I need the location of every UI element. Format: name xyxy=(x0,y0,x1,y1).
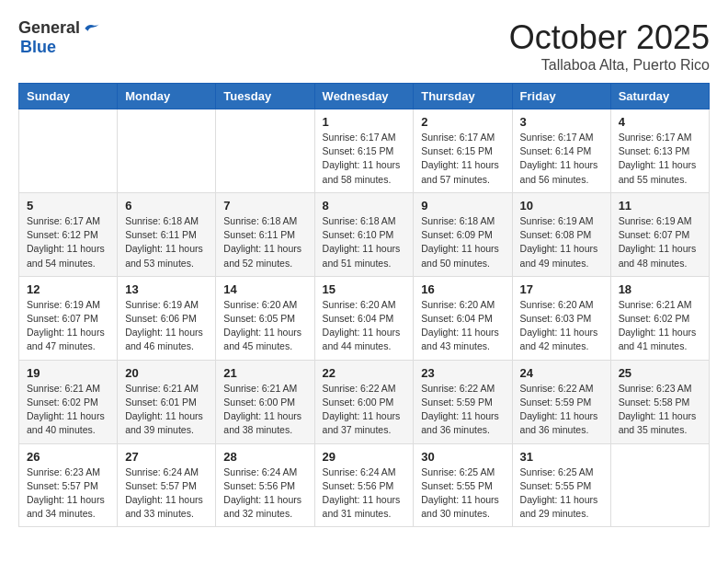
table-row: 30Sunrise: 6:25 AMSunset: 5:55 PMDayligh… xyxy=(414,443,512,527)
header-friday: Friday xyxy=(512,84,610,109)
day-info: Sunrise: 6:22 AMSunset: 5:59 PMDaylight:… xyxy=(520,382,603,438)
day-number: 8 xyxy=(323,199,406,213)
logo-blue-text: Blue xyxy=(20,38,56,57)
day-number: 28 xyxy=(223,450,306,464)
table-row: 27Sunrise: 6:24 AMSunset: 5:57 PMDayligh… xyxy=(118,443,216,527)
table-row: 3Sunrise: 6:17 AMSunset: 6:14 PMDaylight… xyxy=(512,109,610,193)
table-row xyxy=(118,109,216,193)
day-number: 4 xyxy=(619,115,701,129)
day-number: 24 xyxy=(520,366,603,380)
day-info: Sunrise: 6:20 AMSunset: 6:04 PMDaylight:… xyxy=(323,298,406,354)
table-row: 15Sunrise: 6:20 AMSunset: 6:04 PMDayligh… xyxy=(314,276,414,360)
day-number: 20 xyxy=(125,366,208,380)
day-info: Sunrise: 6:21 AMSunset: 6:02 PMDaylight:… xyxy=(619,298,701,354)
table-row: 13Sunrise: 6:19 AMSunset: 6:06 PMDayligh… xyxy=(118,276,216,360)
day-info: Sunrise: 6:17 AMSunset: 6:15 PMDaylight:… xyxy=(421,131,504,187)
day-number: 17 xyxy=(520,282,603,296)
weekday-header-row: Sunday Monday Tuesday Wednesday Thursday… xyxy=(19,84,710,109)
day-info: Sunrise: 6:23 AMSunset: 5:58 PMDaylight:… xyxy=(619,382,701,438)
table-row: 29Sunrise: 6:24 AMSunset: 5:56 PMDayligh… xyxy=(314,443,414,527)
header-tuesday: Tuesday xyxy=(216,84,314,109)
day-info: Sunrise: 6:17 AMSunset: 6:14 PMDaylight:… xyxy=(520,131,603,187)
calendar-table: Sunday Monday Tuesday Wednesday Thursday… xyxy=(18,83,710,527)
table-row: 9Sunrise: 6:18 AMSunset: 6:09 PMDaylight… xyxy=(414,192,512,276)
table-row: 26Sunrise: 6:23 AMSunset: 5:57 PMDayligh… xyxy=(19,443,118,527)
day-info: Sunrise: 6:25 AMSunset: 5:55 PMDaylight:… xyxy=(520,465,603,522)
day-info: Sunrise: 6:24 AMSunset: 5:57 PMDaylight:… xyxy=(125,465,208,522)
table-row: 1Sunrise: 6:17 AMSunset: 6:15 PMDaylight… xyxy=(314,109,414,193)
table-row xyxy=(19,109,118,193)
day-info: Sunrise: 6:19 AMSunset: 6:07 PMDaylight:… xyxy=(619,214,701,270)
day-number: 27 xyxy=(125,450,208,464)
month-title: October 2025 xyxy=(509,18,710,57)
day-info: Sunrise: 6:18 AMSunset: 6:11 PMDaylight:… xyxy=(125,214,208,270)
week-row-4: 19Sunrise: 6:21 AMSunset: 6:02 PMDayligh… xyxy=(19,360,710,443)
day-number: 6 xyxy=(125,199,208,213)
table-row: 2Sunrise: 6:17 AMSunset: 6:15 PMDaylight… xyxy=(414,109,512,193)
table-row: 19Sunrise: 6:21 AMSunset: 6:02 PMDayligh… xyxy=(19,360,118,443)
header-sunday: Sunday xyxy=(19,84,118,109)
table-row: 20Sunrise: 6:21 AMSunset: 6:01 PMDayligh… xyxy=(118,360,216,443)
table-row: 18Sunrise: 6:21 AMSunset: 6:02 PMDayligh… xyxy=(610,276,709,360)
table-row: 11Sunrise: 6:19 AMSunset: 6:07 PMDayligh… xyxy=(610,192,709,276)
table-row: 21Sunrise: 6:21 AMSunset: 6:00 PMDayligh… xyxy=(216,360,314,443)
header-wednesday: Wednesday xyxy=(314,84,414,109)
day-info: Sunrise: 6:25 AMSunset: 5:55 PMDaylight:… xyxy=(421,465,504,522)
day-number: 19 xyxy=(27,366,109,380)
day-number: 31 xyxy=(520,450,603,464)
week-row-5: 26Sunrise: 6:23 AMSunset: 5:57 PMDayligh… xyxy=(19,443,710,527)
day-number: 12 xyxy=(27,282,109,296)
table-row: 4Sunrise: 6:17 AMSunset: 6:13 PMDaylight… xyxy=(610,109,709,193)
day-number: 16 xyxy=(421,282,504,296)
day-info: Sunrise: 6:21 AMSunset: 6:00 PMDaylight:… xyxy=(223,382,306,438)
table-row: 23Sunrise: 6:22 AMSunset: 5:59 PMDayligh… xyxy=(414,360,512,443)
day-number: 11 xyxy=(619,199,701,213)
table-row: 25Sunrise: 6:23 AMSunset: 5:58 PMDayligh… xyxy=(610,360,709,443)
logo-bird-icon xyxy=(82,19,100,38)
table-row: 7Sunrise: 6:18 AMSunset: 6:11 PMDaylight… xyxy=(216,192,314,276)
week-row-2: 5Sunrise: 6:17 AMSunset: 6:12 PMDaylight… xyxy=(19,192,710,276)
day-info: Sunrise: 6:22 AMSunset: 5:59 PMDaylight:… xyxy=(421,382,504,438)
day-info: Sunrise: 6:20 AMSunset: 6:04 PMDaylight:… xyxy=(421,298,504,354)
day-number: 23 xyxy=(421,366,504,380)
table-row xyxy=(610,443,709,527)
table-row: 12Sunrise: 6:19 AMSunset: 6:07 PMDayligh… xyxy=(19,276,118,360)
day-number: 1 xyxy=(323,115,406,129)
day-number: 29 xyxy=(323,450,406,464)
day-info: Sunrise: 6:21 AMSunset: 6:01 PMDaylight:… xyxy=(125,382,208,438)
table-row: 24Sunrise: 6:22 AMSunset: 5:59 PMDayligh… xyxy=(512,360,610,443)
table-row xyxy=(216,109,314,193)
header-monday: Monday xyxy=(118,84,216,109)
day-info: Sunrise: 6:19 AMSunset: 6:06 PMDaylight:… xyxy=(125,298,208,354)
day-number: 26 xyxy=(27,450,109,464)
table-row: 28Sunrise: 6:24 AMSunset: 5:56 PMDayligh… xyxy=(216,443,314,527)
day-info: Sunrise: 6:18 AMSunset: 6:10 PMDaylight:… xyxy=(323,214,406,270)
title-block: October 2025 Tallaboa Alta, Puerto Rico xyxy=(509,18,710,74)
logo: General Blue xyxy=(18,18,100,57)
day-number: 2 xyxy=(421,115,504,129)
day-number: 10 xyxy=(520,199,603,213)
week-row-3: 12Sunrise: 6:19 AMSunset: 6:07 PMDayligh… xyxy=(19,276,710,360)
day-info: Sunrise: 6:24 AMSunset: 5:56 PMDaylight:… xyxy=(323,465,406,522)
table-row: 16Sunrise: 6:20 AMSunset: 6:04 PMDayligh… xyxy=(414,276,512,360)
table-row: 31Sunrise: 6:25 AMSunset: 5:55 PMDayligh… xyxy=(512,443,610,527)
day-number: 22 xyxy=(323,366,406,380)
header-saturday: Saturday xyxy=(610,84,709,109)
table-row: 17Sunrise: 6:20 AMSunset: 6:03 PMDayligh… xyxy=(512,276,610,360)
page-header: General Blue October 2025 Tallaboa Alta,… xyxy=(18,18,710,74)
table-row: 10Sunrise: 6:19 AMSunset: 6:08 PMDayligh… xyxy=(512,192,610,276)
day-info: Sunrise: 6:20 AMSunset: 6:05 PMDaylight:… xyxy=(223,298,306,354)
day-info: Sunrise: 6:24 AMSunset: 5:56 PMDaylight:… xyxy=(223,465,306,522)
day-info: Sunrise: 6:23 AMSunset: 5:57 PMDaylight:… xyxy=(27,465,109,522)
day-info: Sunrise: 6:17 AMSunset: 6:13 PMDaylight:… xyxy=(619,131,701,187)
day-number: 7 xyxy=(223,199,306,213)
day-number: 25 xyxy=(619,366,701,380)
table-row: 22Sunrise: 6:22 AMSunset: 6:00 PMDayligh… xyxy=(314,360,414,443)
day-info: Sunrise: 6:18 AMSunset: 6:11 PMDaylight:… xyxy=(223,214,306,270)
day-info: Sunrise: 6:19 AMSunset: 6:08 PMDaylight:… xyxy=(520,214,603,270)
day-number: 13 xyxy=(125,282,208,296)
header-thursday: Thursday xyxy=(414,84,512,109)
day-info: Sunrise: 6:21 AMSunset: 6:02 PMDaylight:… xyxy=(27,382,109,438)
table-row: 6Sunrise: 6:18 AMSunset: 6:11 PMDaylight… xyxy=(118,192,216,276)
table-row: 5Sunrise: 6:17 AMSunset: 6:12 PMDaylight… xyxy=(19,192,118,276)
